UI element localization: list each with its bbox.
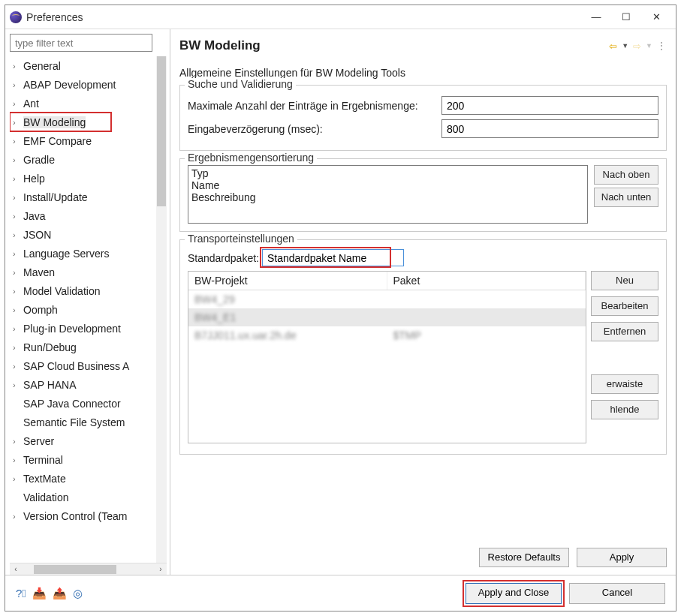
delay-input[interactable]	[441, 119, 658, 138]
edit-button[interactable]: Bearbeiten	[591, 296, 658, 316]
apply-and-close-button[interactable]: Apply and Close	[466, 583, 562, 604]
remove-button[interactable]: Entfernen	[591, 322, 658, 341]
group-search: Suche und Validierung Maximale Anzahl de…	[179, 85, 667, 151]
tree-item[interactable]: Validation	[10, 488, 156, 506]
default-package-input[interactable]	[262, 249, 404, 266]
tree-item[interactable]: ›Run/Debug	[10, 338, 156, 356]
tree-item[interactable]: ›SAP Cloud Business A	[10, 356, 156, 375]
table-row[interactable]: BW4_29	[188, 290, 586, 308]
preferences-tree[interactable]: ›General›ABAP Development›Ant›BW Modelin…	[10, 56, 156, 563]
col-project: BW-Projekt	[188, 272, 387, 290]
tree-scrollbar[interactable]	[156, 56, 167, 563]
minimize-button[interactable]: —	[581, 7, 611, 28]
tree-item[interactable]: ›JSON	[10, 225, 156, 244]
header-toolbar: ⇦ ▼ ⇨ ▼ ⋮	[609, 41, 667, 52]
group-sort: Ergebnismengensortierung TypNameBeschrei…	[179, 158, 667, 232]
tree-item[interactable]: ›ABAP Development	[10, 75, 156, 94]
remove-orphans-button[interactable]: erwaiste entferne	[591, 374, 658, 394]
tree-item[interactable]: ›EMF Compare	[10, 131, 156, 150]
sidebar: ›General›ABAP Development›Ant›BW Modelin…	[5, 29, 170, 575]
oomph-icon[interactable]: ◎	[73, 587, 83, 600]
import-icon[interactable]: 📥	[32, 587, 47, 600]
sort-list-item[interactable]: Name	[191, 179, 584, 191]
group-transport: Transporteinstellungen Standardpaket: BW…	[179, 239, 667, 455]
tree-item[interactable]: ›Language Servers	[10, 244, 156, 263]
page-description: Allgemeine Einstellungen für BW Modeling…	[179, 67, 667, 79]
help-icon[interactable]: ?⃝	[16, 587, 26, 600]
move-up-button[interactable]: Nach oben	[594, 165, 658, 185]
table-row[interactable]: B7JJ011.ux.uar.2h.de$TMP	[188, 326, 586, 344]
max-entries-input[interactable]	[441, 96, 658, 115]
export-icon[interactable]: 📤	[53, 587, 67, 600]
forward-icon: ⇨	[633, 41, 641, 52]
table-row[interactable]: BW4_E1	[188, 308, 586, 326]
forward-menu-icon: ▼	[646, 42, 652, 50]
window-title: Preferences	[26, 11, 581, 23]
restore-defaults-button[interactable]: Restore Defaults	[479, 548, 569, 567]
project-package-table[interactable]: BW-Projekt Paket BW4_29BW4_E1B7JJ011.ux.…	[188, 271, 586, 443]
delay-label: Eingabeverzögerung (msec):	[188, 123, 435, 135]
sort-list-item[interactable]: Typ	[191, 167, 584, 179]
tree-item[interactable]: ›TextMate	[10, 469, 156, 488]
tree-item[interactable]: ›General	[10, 56, 156, 75]
tree-item[interactable]: ›Gradle	[10, 150, 156, 169]
sort-list-item[interactable]: Beschreibung	[191, 191, 584, 203]
group-sort-legend: Ergebnismengensortierung	[185, 152, 317, 164]
preferences-window: Preferences — ☐ ✕ ›General›ABAP Developm…	[5, 5, 676, 611]
tree-item[interactable]: ›Ant	[10, 94, 156, 113]
tree-hscrollbar[interactable]: ‹›	[10, 563, 167, 575]
titlebar: Preferences — ☐ ✕	[5, 5, 676, 29]
eclipse-icon	[10, 11, 22, 23]
default-package-label: Standardpaket:	[188, 252, 259, 264]
tree-item[interactable]: Semantic File System	[10, 413, 156, 431]
footer: ?⃝ 📥 📤 ◎ Apply and Close Cancel	[5, 575, 676, 611]
max-entries-label: Maximale Anzahl der Einträge in Ergebnis…	[188, 100, 435, 112]
group-transport-legend: Transporteinstellungen	[185, 233, 297, 245]
maximize-button[interactable]: ☐	[611, 7, 641, 28]
apply-button[interactable]: Apply	[577, 548, 667, 567]
add-missing-button[interactable]: hlende hinzufüg	[591, 400, 658, 419]
col-package: Paket	[387, 272, 586, 290]
cancel-button[interactable]: Cancel	[569, 583, 665, 604]
tree-item[interactable]: ›Java	[10, 206, 156, 225]
tree-item[interactable]: ›Server	[10, 431, 156, 450]
tree-item[interactable]: ›SAP HANA	[10, 375, 156, 394]
tree-item[interactable]: ›BW Modeling	[10, 113, 111, 131]
tree-item[interactable]: ›Plug-in Development	[10, 319, 156, 338]
tree-item[interactable]: ›Terminal	[10, 450, 156, 469]
view-menu-icon[interactable]: ⋮	[657, 41, 667, 51]
filter-input[interactable]	[10, 34, 152, 52]
tree-item[interactable]: ›Oomph	[10, 300, 156, 319]
back-icon[interactable]: ⇦	[609, 41, 617, 52]
tree-item[interactable]: ›Install/Update	[10, 188, 156, 206]
new-button[interactable]: Neu	[591, 271, 658, 290]
page-title: BW Modeling	[179, 38, 609, 53]
tree-item[interactable]: SAP Java Connector	[10, 394, 156, 413]
group-search-legend: Suche und Validierung	[185, 78, 296, 90]
sort-list[interactable]: TypNameBeschreibung	[188, 165, 588, 224]
back-menu-icon[interactable]: ▼	[622, 42, 628, 50]
tree-item[interactable]: ›Version Control (Team	[10, 506, 156, 525]
tree-item[interactable]: ›Help	[10, 169, 156, 188]
tree-item[interactable]: ›Maven	[10, 263, 156, 281]
close-button[interactable]: ✕	[641, 7, 671, 28]
tree-item[interactable]: ›Model Validation	[10, 281, 156, 300]
move-down-button[interactable]: Nach unten	[594, 188, 658, 207]
